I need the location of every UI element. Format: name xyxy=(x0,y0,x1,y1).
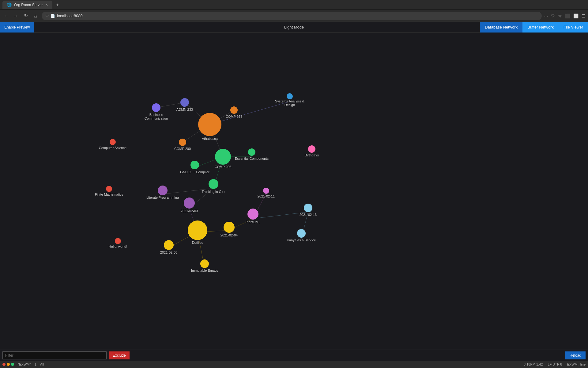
node-comp206[interactable] xyxy=(215,149,231,165)
node-gnu-cpp[interactable] xyxy=(190,161,199,169)
node-dotfiles[interactable] xyxy=(188,220,207,240)
node-literate-prog[interactable] xyxy=(158,186,168,195)
database-network-tab[interactable]: Database Network xyxy=(480,22,522,33)
network-svg xyxy=(0,33,588,350)
status-mode: EXWM : line xyxy=(567,362,586,366)
app-toolbar: Enable Preview Light Mode Database Netwo… xyxy=(0,22,588,33)
forward-button[interactable]: → xyxy=(12,13,20,19)
node-birthdays[interactable] xyxy=(308,145,315,153)
split-view-icon[interactable]: ⬜ xyxy=(573,13,579,18)
status-encoding: LF UTF-8 xyxy=(548,362,562,366)
new-tab-button[interactable]: + xyxy=(56,2,59,8)
more-options-icon[interactable]: ··· xyxy=(544,13,548,18)
node-finite-math[interactable] xyxy=(106,186,112,192)
node-kanye-service[interactable] xyxy=(297,229,306,238)
network-area: BusinessCommunication ADMN 233 COMP 268 … xyxy=(0,33,588,350)
node-essential-components[interactable] xyxy=(248,148,255,156)
status-dots xyxy=(2,363,14,366)
home-button[interactable]: ⌂ xyxy=(32,13,39,19)
address-bar-container: 🛡 📄 xyxy=(42,12,542,20)
node-2021-02-03[interactable] xyxy=(184,197,195,209)
node-thinking-cpp[interactable] xyxy=(209,179,218,189)
workspace-name: *EXWM* xyxy=(18,362,31,366)
node-comp200[interactable] xyxy=(179,139,186,146)
back-button[interactable]: ← xyxy=(2,13,10,19)
node-immutable-emacs[interactable] xyxy=(200,259,209,268)
file-viewer-tab[interactable]: File Viewer xyxy=(559,22,588,33)
svg-line-14 xyxy=(253,212,308,219)
menu-icon[interactable]: ☰ xyxy=(582,13,586,18)
enable-preview-button[interactable]: Enable Preview xyxy=(0,22,34,33)
dot-red xyxy=(2,363,6,366)
node-comp268[interactable] xyxy=(230,106,238,114)
browser-toolbar: ← → ↻ ⌂ 🛡 📄 ··· ♡ ☆ ⬛ ⬜ ☰ xyxy=(0,10,588,22)
status-right: 8:18PM 1.42 LF UTF-8 EXWM : line xyxy=(524,362,586,366)
nav-tab-group: Database Network Buffer Network File Vie… xyxy=(480,22,588,33)
node-admn233[interactable] xyxy=(180,98,189,107)
node-computer-science[interactable] xyxy=(110,139,116,145)
svg-line-0 xyxy=(156,102,185,108)
node-2021-02-04[interactable] xyxy=(224,222,235,233)
browser-toolbar-icons: ··· ♡ ☆ ⬛ ⬜ ☰ xyxy=(544,13,586,18)
node-systems-analysis[interactable] xyxy=(287,93,293,99)
status-time: 8:18PM 1.42 xyxy=(524,362,543,366)
tab-title: Org Roam Server xyxy=(14,3,43,7)
buffer-network-tab[interactable]: Buffer Network xyxy=(522,22,559,33)
status-bar: *EXWM* 1 All 8:18PM 1.42 LF UTF-8 EXWM :… xyxy=(0,361,588,368)
node-business-comm[interactable] xyxy=(152,103,160,112)
extensions-icon[interactable]: ⬛ xyxy=(565,13,570,18)
node-2021-02-11[interactable] xyxy=(263,188,269,194)
node-2021-02-13[interactable] xyxy=(304,204,312,212)
page-icon: 📄 xyxy=(51,14,55,18)
dot-green xyxy=(11,363,14,366)
star-icon[interactable]: ☆ xyxy=(558,13,562,18)
address-input[interactable] xyxy=(57,13,538,18)
filter-input[interactable] xyxy=(2,351,107,359)
workspace-all: All xyxy=(40,362,44,366)
node-plantUML[interactable] xyxy=(247,209,258,220)
security-icon: 🛡 xyxy=(45,14,49,18)
filter-bar: Exclude Reload xyxy=(0,350,588,361)
reload-browser-button[interactable]: ↻ xyxy=(22,13,29,19)
node-2021-02-08[interactable] xyxy=(164,240,174,250)
favorites-icon[interactable]: ♡ xyxy=(551,13,555,18)
svg-line-9 xyxy=(163,188,213,194)
browser-titlebar: 🌐 Org Roam Server ✕ + xyxy=(0,0,588,10)
tab-close-icon[interactable]: ✕ xyxy=(45,3,48,7)
browser-tab[interactable]: 🌐 Org Roam Server ✕ xyxy=(2,1,52,9)
node-hello-world[interactable] xyxy=(115,238,121,244)
light-mode-label: Light Mode xyxy=(284,25,304,29)
workspace-number: 1 xyxy=(35,362,36,366)
dot-yellow xyxy=(7,363,10,366)
node-athabasca[interactable] xyxy=(198,113,221,136)
reload-button[interactable]: Reload xyxy=(565,351,586,359)
tab-favicon: 🌐 xyxy=(7,2,12,7)
exclude-button[interactable]: Exclude xyxy=(109,351,130,359)
svg-line-3 xyxy=(210,102,290,125)
